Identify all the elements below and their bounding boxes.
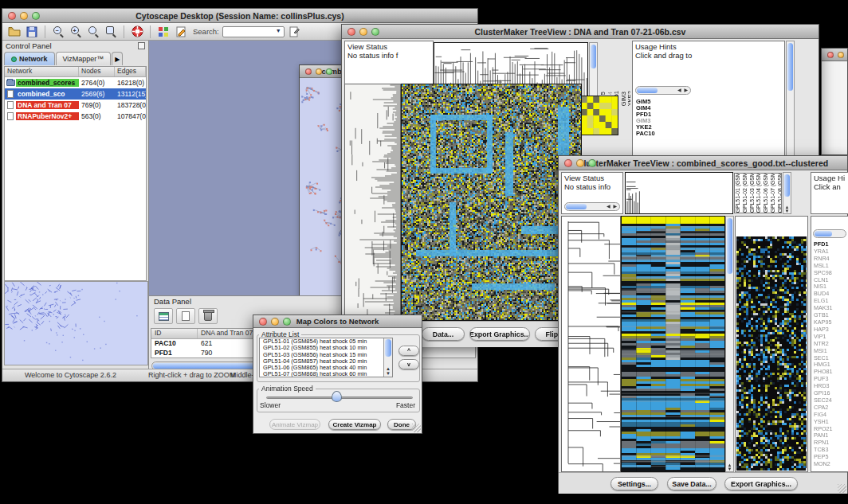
animate-vizmap-button[interactable]: Animate Vizmap (269, 419, 320, 430)
close-button[interactable] (827, 52, 834, 58)
close-button[interactable] (8, 12, 16, 20)
column-dendrogram-canvas[interactable] (626, 173, 732, 213)
global-heatmap-frame[interactable] (401, 84, 582, 321)
network-list-header[interactable]: Network Nodes Edges (5, 67, 146, 77)
network-row[interactable]: combined_sco2569(6)13112(15) (5, 88, 146, 100)
column-label[interactable]: GPL51-01 (GSM854) (735, 173, 741, 213)
heatmap-vscrollbar[interactable]: ▲▼ (725, 216, 734, 472)
global-heatmap-canvas[interactable] (622, 217, 724, 471)
column-label[interactable]: GPL51-03 (GSM856) (749, 173, 756, 213)
background-window-titlebar[interactable] (822, 49, 847, 61)
global-heatmap-canvas[interactable] (402, 84, 581, 320)
column-label[interactable]: GPL51-02 (GSM855) (742, 173, 748, 213)
zoom-button[interactable] (32, 12, 40, 20)
control-panel-tabs: Network VizMapper™ ▶ (2, 52, 148, 65)
row-dendrogram-canvas[interactable] (345, 84, 400, 320)
save-data-button[interactable]: Data... (422, 327, 465, 341)
slider-thumb[interactable] (332, 391, 342, 402)
attribute-list[interactable]: GPL51-01 (GSM854) heat shock 05 minGPL51… (259, 338, 393, 377)
zoom-heatmap-canvas[interactable] (736, 236, 807, 471)
minimize-button[interactable] (316, 68, 322, 75)
export-graphics-button[interactable]: Export Graphics... (469, 327, 530, 341)
tab-overflow-icon[interactable]: ▶ (112, 52, 123, 65)
import-doc-icon[interactable] (288, 25, 302, 38)
label-hscrollbar[interactable]: ◀ ▶ (635, 86, 691, 95)
vizmap-icon[interactable] (156, 25, 171, 38)
background-window[interactable] (821, 48, 848, 155)
zoom-selected-icon[interactable] (86, 25, 100, 38)
row-label[interactable]: PAC10 (636, 131, 655, 137)
zoom-fit-icon[interactable] (104, 25, 118, 38)
gene-label[interactable]: MON2 (814, 461, 833, 468)
column-vscrollbar[interactable]: ▲▼ (783, 172, 791, 214)
column-label[interactable]: GPL51-08 (GSM872) (777, 173, 782, 213)
minimize-button[interactable] (359, 28, 367, 36)
create-vizmap-button[interactable]: Create Vizmap (328, 419, 381, 430)
usage-hints-text: Click and drag to (633, 51, 784, 60)
settings-button[interactable]: Settings... (610, 477, 658, 490)
row-id: PAC10 (151, 339, 198, 349)
column-label[interactable]: GPL51-04 (GSM857) (756, 173, 762, 213)
usage-hints-title: Usage Hi (811, 173, 848, 182)
zoom-button[interactable] (326, 68, 332, 75)
minimize-button[interactable] (271, 318, 279, 326)
network-row[interactable]: DNA and Tran 07769(0)183728(0) (5, 100, 146, 111)
column-label[interactable]: GPL51-06 (GSM865) (763, 173, 769, 213)
minimize-button[interactable] (20, 12, 28, 20)
zoom-button[interactable] (588, 159, 596, 167)
zoom-button[interactable] (283, 318, 291, 326)
new-attribute-button[interactable] (176, 308, 195, 324)
network-row[interactable]: combined_scores2764(0)16218(0) (5, 77, 146, 88)
tab-vizmapper[interactable]: VizMapper™ (56, 52, 112, 65)
export-graphics-button[interactable]: Export Graphics... (724, 477, 798, 490)
slower-label: Slower (260, 401, 281, 409)
column-label[interactable]: GIM3 (621, 92, 627, 106)
close-button[interactable] (305, 68, 312, 75)
resize-grip[interactable] (412, 424, 421, 432)
close-button[interactable] (564, 159, 572, 167)
view-status-title: View Status (345, 41, 433, 51)
search-input[interactable]: ▼ (222, 26, 285, 37)
zoom-heatmap-frame[interactable] (580, 96, 618, 135)
move-up-button[interactable]: ^ (398, 346, 419, 356)
float-panel-icon[interactable] (138, 42, 145, 49)
close-button[interactable] (259, 318, 267, 326)
map-colors-titlebar[interactable]: Map Colors to Network (253, 315, 422, 328)
help-lifering-icon[interactable] (130, 25, 144, 38)
global-heatmap-frame[interactable] (621, 216, 725, 472)
annotation-icon[interactable] (174, 25, 188, 38)
view-status-hscrollbar[interactable]: ◀ ▶ (564, 202, 620, 211)
treeview-dna-titlebar[interactable]: ClusterMaker TreeView : DNA and Tran 07-… (342, 25, 819, 39)
network-row[interactable]: RNAPuberNov2+563(0)107847(0) (5, 111, 146, 122)
row-dendrogram-canvas[interactable] (562, 217, 620, 471)
zoom-heatmap-canvas[interactable] (581, 96, 618, 135)
treeview-combined-titlebar[interactable]: ClusterMaker TreeView : combined_scores_… (559, 156, 847, 170)
column-label[interactable]: GPL51-07 (GSM868) (770, 173, 776, 213)
zoom-out-icon[interactable]: − (51, 25, 65, 38)
delete-attribute-button[interactable] (198, 308, 218, 324)
column-dendrogram-frame[interactable] (625, 172, 733, 214)
row-dendrogram-frame[interactable] (344, 84, 401, 321)
save-session-icon[interactable] (25, 25, 39, 38)
main-titlebar[interactable]: Cytoscape Desktop (Session Name: collins… (2, 9, 477, 23)
birdseye-view[interactable] (4, 281, 148, 365)
row-dendrogram-frame[interactable] (561, 216, 621, 472)
tab-network[interactable]: Network (4, 52, 55, 65)
column-label[interactable]: YKE2 (627, 91, 630, 106)
search-dropdown-icon[interactable]: ▼ (274, 28, 283, 36)
open-session-icon[interactable] (7, 25, 22, 38)
attribute-list-vscrollbar[interactable]: ▲▼ (383, 338, 392, 377)
minimize-button[interactable] (838, 52, 844, 58)
gene-label-hscrollbar[interactable] (813, 229, 846, 238)
zoom-in-icon[interactable]: + (69, 25, 83, 38)
attribute-rows: GPL51-01 (GSM854) heat shock 05 minGPL51… (260, 338, 392, 377)
zoom-button[interactable] (371, 28, 379, 36)
minimize-button[interactable] (576, 159, 584, 167)
save-data-button[interactable]: Save Data... (667, 477, 716, 490)
select-attributes-button[interactable] (154, 308, 173, 324)
resize-grip[interactable] (838, 484, 846, 493)
close-button[interactable] (347, 28, 355, 36)
view-status-text: No status info (562, 182, 622, 191)
attribute-item[interactable]: GPL51-07 (GSM868) heat shock 60 min (261, 371, 392, 377)
move-down-button[interactable]: v (398, 359, 419, 369)
